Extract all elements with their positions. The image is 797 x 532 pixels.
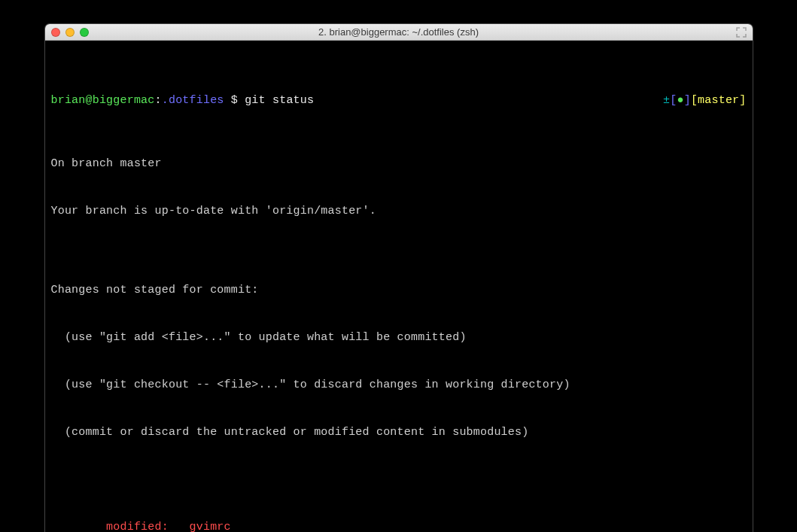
modified-label: modified: — [51, 521, 190, 532]
prompt-userhost: brian@biggermac — [51, 94, 155, 107]
modified-line: modified: gvimrc — [51, 519, 747, 532]
output-line: (commit or discard the untracked or modi… — [51, 424, 747, 440]
output-line: On branch master — [51, 156, 747, 172]
terminal-window: 2. brian@biggermac: ~/.dotfiles (zsh) br… — [45, 24, 753, 532]
traffic-lights — [51, 28, 89, 37]
prompt-line: brian@biggermac:.dotfiles $ git status ±… — [51, 93, 747, 108]
git-plusminus: ± — [663, 94, 670, 107]
bracket-open: [ — [691, 94, 698, 107]
output-line: (use "git add <file>..." to update what … — [51, 330, 747, 345]
branch-name: master — [698, 94, 739, 107]
output-line: Changes not staged for commit: — [51, 282, 747, 298]
terminal-body[interactable]: brian@biggermac:.dotfiles $ git status ±… — [45, 41, 753, 532]
output-line: Your branch is up-to-date with 'origin/m… — [51, 203, 747, 219]
rprompt: ±[●][master] — [663, 93, 746, 108]
zoom-icon[interactable] — [80, 28, 89, 37]
status-dot: ● — [677, 94, 683, 107]
window-titlebar[interactable]: 2. brian@biggermac: ~/.dotfiles (zsh) — [45, 24, 753, 41]
command-text: git status — [245, 94, 314, 107]
output-line: (use "git checkout -- <file>..." to disc… — [51, 377, 747, 393]
bracket-close: ] — [739, 94, 746, 107]
prompt-colon: : — [155, 94, 162, 107]
fullscreen-icon[interactable] — [736, 27, 747, 38]
bracket-close: ] — [684, 94, 691, 107]
modified-file: gvimrc — [190, 521, 231, 532]
minimize-icon[interactable] — [65, 28, 75, 37]
prompt-dollar: $ — [224, 94, 245, 107]
window-title: 2. brian@biggermac: ~/.dotfiles (zsh) — [45, 26, 753, 38]
prompt-cwd: .dotfiles — [162, 94, 224, 107]
close-icon[interactable] — [51, 28, 60, 37]
